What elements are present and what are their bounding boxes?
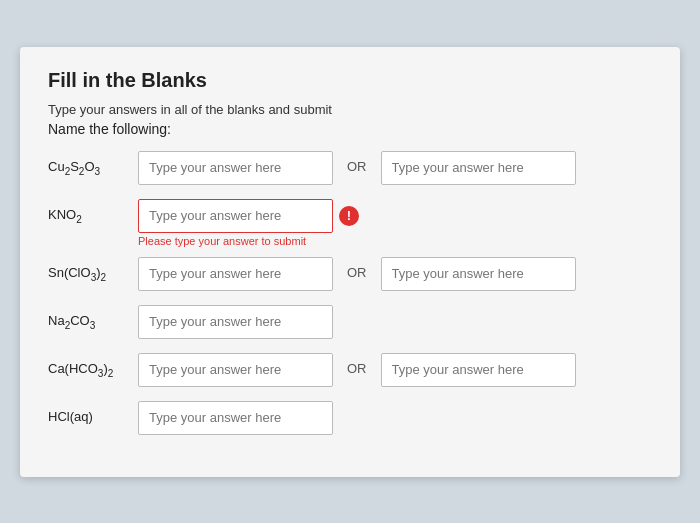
label-cu2s2o3: Cu2S2O3 bbox=[48, 151, 138, 177]
subtitle: Name the following: bbox=[48, 121, 652, 137]
label-kno2: KNO2 bbox=[48, 199, 138, 225]
input-wrap-cahco3-alt bbox=[381, 353, 576, 387]
input-wrap-snclo3-alt bbox=[381, 257, 576, 291]
input-cahco3-alt[interactable] bbox=[381, 353, 576, 387]
row-cu2s2o3: Cu2S2O3 OR bbox=[48, 151, 652, 189]
or-snclo3: OR bbox=[347, 257, 367, 280]
input-hclaq[interactable] bbox=[138, 401, 333, 435]
input-wrap-cu2s2o3 bbox=[138, 151, 333, 185]
label-cahco3: Ca(HCO3)2 bbox=[48, 353, 138, 379]
input-snclo3-alt[interactable] bbox=[381, 257, 576, 291]
input-kno2[interactable] bbox=[138, 199, 333, 233]
input-wrap-snclo3 bbox=[138, 257, 333, 291]
row-kno2: KNO2 ! Please type your answer to submit bbox=[48, 199, 652, 247]
input-cahco3[interactable] bbox=[138, 353, 333, 387]
error-icon-kno2: ! bbox=[339, 206, 359, 226]
input-wrap-cu2s2o3-alt bbox=[381, 151, 576, 185]
row-hclaq: HCl(aq) bbox=[48, 401, 652, 439]
input-wrap-cahco3 bbox=[138, 353, 333, 387]
input-cu2s2o3-alt[interactable] bbox=[381, 151, 576, 185]
input-na2co3[interactable] bbox=[138, 305, 333, 339]
row-na2co3: Na2CO3 bbox=[48, 305, 652, 343]
kno2-col: ! Please type your answer to submit bbox=[138, 199, 359, 247]
or-cu2s2o3: OR bbox=[347, 151, 367, 174]
page-title: Fill in the Blanks bbox=[48, 69, 652, 92]
row-cahco3: Ca(HCO3)2 OR bbox=[48, 353, 652, 391]
error-msg-kno2: Please type your answer to submit bbox=[138, 235, 359, 247]
input-wrap-kno2 bbox=[138, 199, 333, 233]
kno2-row: ! bbox=[138, 199, 359, 233]
input-wrap-hclaq bbox=[138, 401, 333, 435]
input-wrap-na2co3 bbox=[138, 305, 333, 339]
or-cahco3: OR bbox=[347, 353, 367, 376]
card: Fill in the Blanks Type your answers in … bbox=[20, 47, 680, 477]
label-na2co3: Na2CO3 bbox=[48, 305, 138, 331]
instructions: Type your answers in all of the blanks a… bbox=[48, 102, 652, 117]
label-snclo3: Sn(ClO3)2 bbox=[48, 257, 138, 283]
input-snclo3[interactable] bbox=[138, 257, 333, 291]
label-hclaq: HCl(aq) bbox=[48, 401, 138, 424]
input-cu2s2o3[interactable] bbox=[138, 151, 333, 185]
row-snclo3: Sn(ClO3)2 OR bbox=[48, 257, 652, 295]
